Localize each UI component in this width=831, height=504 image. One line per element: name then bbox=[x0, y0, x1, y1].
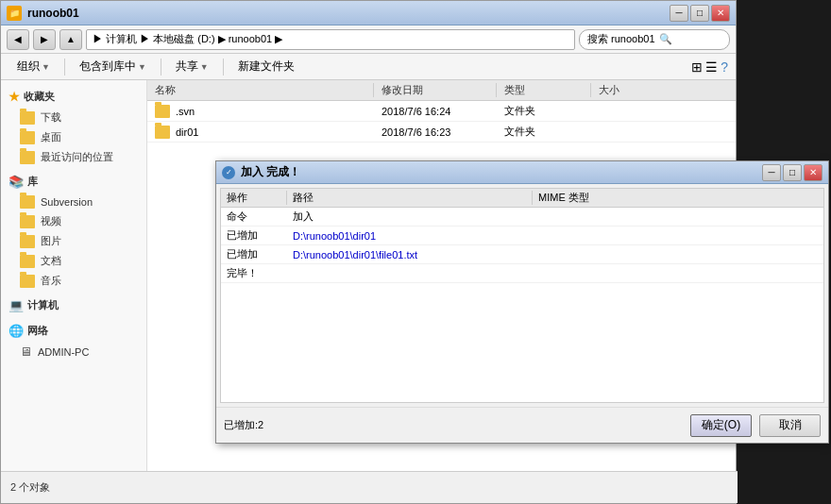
dialog-cell-path-2: D:\runoob01\dir01\file01.txt bbox=[287, 249, 533, 260]
col-name-header[interactable]: 名称 bbox=[147, 83, 374, 97]
address-bar[interactable]: ▶ 计算机 ▶ 本地磁盘 (D:) ▶ runoob01 ▶ bbox=[86, 29, 575, 50]
explorer-title: runoob01 bbox=[27, 7, 670, 20]
sidebar-item-subversion[interactable]: Subversion bbox=[1, 193, 146, 211]
dialog-minimize-button[interactable]: ─ bbox=[762, 164, 781, 181]
downloads-label: 下载 bbox=[41, 110, 61, 125]
table-row[interactable]: .svn 2018/7/6 16:24 文件夹 bbox=[147, 101, 736, 122]
table-row[interactable]: dir01 2018/7/6 16:23 文件夹 bbox=[147, 122, 736, 143]
admin-pc-icon: 🖥 bbox=[20, 344, 32, 359]
search-icon: 🔍 bbox=[659, 33, 672, 45]
col-date-header[interactable]: 修改日期 bbox=[374, 83, 497, 97]
explorer-title-bar: 📁 runoob01 ─ □ ✕ bbox=[1, 1, 736, 25]
search-text: 搜索 runoob01 bbox=[587, 32, 655, 46]
ok-button[interactable]: 确定(O) bbox=[690, 414, 752, 437]
back-button[interactable]: ◀ bbox=[7, 29, 29, 50]
music-label: 音乐 bbox=[41, 274, 61, 288]
sidebar-item-documents[interactable]: 文档 bbox=[1, 251, 146, 271]
dialog-content: 操作 路径 MIME 类型 命令 加入 已增加 D:\runoob01\dir0… bbox=[216, 184, 828, 407]
dialog-col-path: 路径 bbox=[287, 191, 533, 205]
dialog-row-3: 完毕！ bbox=[221, 264, 823, 283]
organize-chevron: ▼ bbox=[42, 62, 50, 72]
view-tiles-icon[interactable]: ⊞ bbox=[691, 59, 703, 75]
computer-section: 💻 计算机 bbox=[1, 294, 146, 316]
video-label: 视频 bbox=[41, 214, 61, 228]
new-folder-button[interactable]: 新建文件夹 bbox=[229, 56, 303, 77]
folder-icon-video bbox=[20, 215, 35, 228]
dialog-row-1: 已增加 D:\runoob01\dir01 bbox=[221, 227, 823, 245]
cancel-button[interactable]: 取消 bbox=[759, 414, 821, 437]
sidebar-item-recent[interactable]: 最近访问的位置 bbox=[1, 147, 146, 167]
minimize-button[interactable]: ─ bbox=[670, 5, 688, 22]
dir01-date: 2018/7/6 16:23 bbox=[374, 126, 497, 138]
computer-icon: 💻 bbox=[8, 298, 24, 312]
favorites-label: 收藏夹 bbox=[24, 90, 55, 104]
libraries-section: 📚 库 Subversion 视频 图片 文档 bbox=[1, 171, 146, 291]
subversion-label: Subversion bbox=[41, 196, 93, 208]
file-list-header: 名称 修改日期 类型 大小 bbox=[147, 80, 736, 101]
search-bar[interactable]: 搜索 runoob01 🔍 bbox=[579, 29, 730, 50]
sidebar-item-downloads[interactable]: 下载 bbox=[1, 108, 146, 127]
dialog-close-button[interactable]: ✕ bbox=[804, 164, 823, 181]
restore-button[interactable]: □ bbox=[690, 5, 709, 22]
col-size-header[interactable]: 大小 bbox=[591, 83, 667, 97]
network-section: 🌐 网络 🖥 ADMIN-PC bbox=[1, 320, 146, 361]
title-bar-buttons: ─ □ ✕ bbox=[670, 5, 730, 22]
folder-icon-documents bbox=[20, 255, 35, 268]
view-list-icon[interactable]: ☰ bbox=[705, 59, 718, 75]
address-area: ◀ ▶ ▲ ▶ 计算机 ▶ 本地磁盘 (D:) ▶ runoob01 ▶ 搜索 … bbox=[1, 25, 736, 54]
forward-button[interactable]: ▶ bbox=[33, 29, 56, 50]
share-button[interactable]: 共享 ▼ bbox=[167, 56, 217, 77]
dialog-cell-op-1: 已增加 bbox=[221, 228, 287, 243]
sidebar-item-video[interactable]: 视频 bbox=[1, 211, 146, 231]
libraries-header[interactable]: 📚 库 bbox=[1, 171, 146, 193]
toolbar-sep-2 bbox=[161, 59, 161, 76]
close-button[interactable]: ✕ bbox=[711, 5, 730, 22]
dialog-table: 操作 路径 MIME 类型 命令 加入 已增加 D:\runoob01\dir0… bbox=[220, 188, 824, 403]
computer-header[interactable]: 💻 计算机 bbox=[1, 294, 146, 316]
folder-icon-recent bbox=[20, 151, 35, 164]
libraries-label: 库 bbox=[27, 175, 38, 189]
sidebar-item-images[interactable]: 图片 bbox=[1, 231, 146, 251]
folder-icon-subversion bbox=[20, 195, 35, 209]
include-library-label: 包含到库中 bbox=[79, 59, 136, 75]
dialog-restore-button[interactable]: □ bbox=[783, 164, 802, 181]
sidebar-item-admin-pc[interactable]: 🖥 ADMIN-PC bbox=[1, 342, 146, 361]
desktop-label: 桌面 bbox=[41, 130, 61, 144]
toolbar: 组织 ▼ 包含到库中 ▼ 共享 ▼ 新建文件夹 ⊞ ☰ ? bbox=[1, 54, 736, 80]
network-header[interactable]: 🌐 网络 bbox=[1, 320, 146, 342]
toolbar-sep-1 bbox=[64, 59, 65, 76]
explorer-icon: 📁 bbox=[7, 6, 22, 21]
dialog-icon: ✓ bbox=[222, 166, 235, 179]
up-button[interactable]: ▲ bbox=[59, 29, 82, 50]
sidebar-item-music[interactable]: 音乐 bbox=[1, 271, 146, 291]
favorites-header[interactable]: ★ 收藏夹 bbox=[1, 86, 146, 108]
include-library-button[interactable]: 包含到库中 ▼ bbox=[71, 56, 155, 77]
favorites-section: ★ 收藏夹 下载 桌面 最近访问的位置 bbox=[1, 86, 146, 167]
sidebar: ★ 收藏夹 下载 桌面 最近访问的位置 📚 bbox=[1, 80, 147, 503]
network-label: 网络 bbox=[27, 324, 48, 338]
library-icon: 📚 bbox=[8, 175, 24, 189]
sidebar-item-desktop[interactable]: 桌面 bbox=[1, 127, 146, 147]
star-icon: ★ bbox=[8, 90, 20, 104]
dialog-row-0: 命令 加入 bbox=[221, 208, 823, 227]
dialog-footer-buttons: 确定(O) 取消 bbox=[690, 414, 821, 437]
dialog-cell-op-0: 命令 bbox=[221, 210, 287, 224]
status-text: 2 个对象 bbox=[10, 480, 50, 495]
folder-icon-svn bbox=[155, 105, 170, 118]
folder-icon-downloads bbox=[20, 111, 35, 125]
folder-icon-desktop bbox=[20, 131, 35, 144]
dialog-footer: 已增加:2 确定(O) 取消 bbox=[216, 407, 828, 443]
svn-name-text: .svn bbox=[176, 106, 195, 117]
organize-label: 组织 bbox=[17, 59, 40, 75]
address-text: ▶ 计算机 ▶ 本地磁盘 (D:) ▶ runoob01 ▶ bbox=[93, 32, 282, 46]
admin-pc-label: ADMIN-PC bbox=[38, 346, 89, 358]
dialog-cell-op-2: 已增加 bbox=[221, 247, 287, 261]
toolbar-sep-3 bbox=[223, 59, 224, 76]
help-icon[interactable]: ? bbox=[721, 59, 728, 75]
folder-icon-music bbox=[20, 275, 35, 288]
organize-button[interactable]: 组织 ▼ bbox=[8, 56, 59, 77]
dialog-window: ✓ 加入 完成！ ─ □ ✕ 操作 路径 MIME 类型 命令 加入 已增加 D… bbox=[215, 160, 829, 444]
col-type-header[interactable]: 类型 bbox=[497, 83, 591, 97]
documents-label: 文档 bbox=[41, 254, 61, 268]
dir01-name-text: dir01 bbox=[176, 126, 198, 138]
